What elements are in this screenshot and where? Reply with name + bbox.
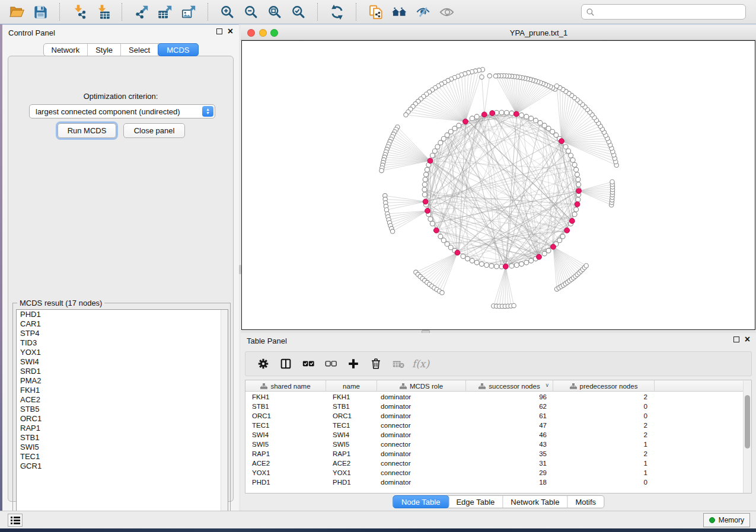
tab-network-table[interactable]: Network Table [503,496,567,508]
column-header-name[interactable]: name [326,380,377,392]
table-scrollbar[interactable] [743,381,751,493]
open-recent-houses-button[interactable] [387,2,411,22]
show-eye-button[interactable] [435,2,458,22]
table-row[interactable]: FKH1FKH1dominator962 [245,392,751,402]
export-table-button[interactable] [153,2,177,22]
table-row[interactable]: ACE2ACE2connector311 [245,459,751,468]
tab-network[interactable]: Network [43,44,88,56]
table-row[interactable]: SWI4SWI4dominator462 [245,430,751,440]
tab-motifs[interactable]: Motifs [567,496,604,508]
import-table-button[interactable] [91,2,114,22]
result-node[interactable]: RAP1 [17,424,228,433]
criterion-dropdown[interactable]: largest connected component (undirected)… [29,104,215,118]
close-panel-button[interactable]: Close panel [123,123,185,138]
result-scrollbar[interactable] [221,310,228,518]
table-row[interactable]: STB1STB1dominator620 [245,402,751,411]
table-row[interactable]: ORC1ORC1dominator610 [245,411,751,421]
import-network-button[interactable] [67,2,91,22]
result-node[interactable]: TEC1 [17,452,228,462]
result-node[interactable]: YOX1 [17,348,228,357]
result-node[interactable]: STB1 [17,433,228,443]
table-row[interactable]: TEC1TEC1connector472 [245,421,751,430]
search-box[interactable] [581,4,746,20]
select-all-checkboxes-button[interactable] [299,354,317,373]
vertical-splitter-handle[interactable] [239,265,241,274]
split-columns-icon [279,357,292,370]
open-recent-houses-icon [391,4,407,20]
result-node[interactable]: STB5 [17,405,228,414]
tab-node-table[interactable]: Node Table [393,495,449,508]
split-columns-button[interactable] [276,354,295,373]
result-node[interactable]: SRD1 [17,367,228,376]
tab-mcds[interactable]: MCDS [158,43,198,56]
result-node[interactable]: TID3 [17,338,228,348]
table-row[interactable]: RAP1RAP1dominator352 [245,449,751,459]
refresh-view-button[interactable] [325,2,349,22]
zoom-fit-button[interactable] [263,2,286,22]
result-node[interactable]: PMA2 [17,376,228,386]
result-node[interactable]: FKH1 [17,386,228,395]
result-node[interactable]: PHD1 [17,310,228,319]
gear-button[interactable] [254,354,272,373]
network-view-window: YPA_prune.txt_1 [241,25,756,333]
cell-shared-name: SWI4 [245,430,326,440]
table-row[interactable]: YOX1YOX1connector291 [245,468,751,477]
deselect-checkboxes-icon [324,357,337,370]
mcds-result-list[interactable]: PHD1CAR1STP4TID3YOX1SWI4SRD1PMA2FKH1ACE2… [16,309,228,518]
run-mcds-button[interactable]: Run MCDS [58,123,116,138]
close-table-panel-icon[interactable]: × [745,336,750,343]
save-session-button[interactable] [28,2,52,22]
scrollbar-thumb[interactable] [745,395,750,448]
mcds-result-title: MCDS result (17 nodes) [17,299,104,307]
zoom-in-button[interactable] [215,2,239,22]
cell-shared-name: TEC1 [245,421,326,430]
open-file-icon [9,4,25,20]
float-table-panel-icon[interactable] [733,336,739,342]
column-header-predecessor-nodes[interactable]: predecessor nodes [553,380,655,392]
control-panel-title: Control Panel [8,28,55,37]
zoom-selected-button[interactable] [286,2,310,22]
hide-glasses-button[interactable] [411,2,435,22]
log-console-button[interactable] [8,514,23,527]
result-node[interactable]: CAR1 [17,319,228,329]
memory-button[interactable]: Memory [703,513,750,527]
clone-network-button[interactable] [363,2,387,22]
minimize-traffic-light[interactable] [259,29,267,37]
result-node[interactable]: ORC1 [17,414,228,424]
table-row[interactable]: PHD1PHD1dominator180 [245,477,751,487]
result-node[interactable]: SWI4 [17,357,228,367]
memory-status-icon [709,517,715,523]
zoom-traffic-light[interactable] [270,29,278,37]
search-input[interactable] [598,8,741,17]
export-network-button[interactable] [129,2,153,22]
trash-button[interactable] [366,354,385,373]
column-header-successor-nodes[interactable]: successor nodes∨ [466,380,553,392]
cell-successor-nodes: 29 [466,468,553,477]
column-header-shared-name[interactable]: shared name [245,380,326,392]
export-image-button[interactable] [177,2,200,22]
zoom-selected-icon [291,4,307,20]
cell-name: SWI5 [326,440,377,449]
deselect-checkboxes-button[interactable] [321,354,340,373]
tab-edge-table[interactable]: Edge Table [448,496,503,508]
control-panel: Control Panel × NetworkStyleSelectMCDS O… [2,24,239,511]
tab-select[interactable]: Select [121,44,158,56]
tab-style[interactable]: Style [88,44,121,56]
result-node[interactable]: SWI5 [17,443,228,452]
column-header-MCDS-role[interactable]: MCDS role [377,380,466,392]
close-traffic-light[interactable] [247,29,255,37]
network-ring-nodes[interactable] [379,68,619,309]
open-file-button[interactable] [5,2,28,22]
cell-successor-nodes: 43 [466,440,553,449]
result-node[interactable]: STP4 [17,329,228,338]
zoom-out-button[interactable] [239,2,263,22]
result-node[interactable]: ACE2 [17,395,228,405]
result-node[interactable]: GCR1 [17,462,228,471]
add-button[interactable] [344,354,362,373]
network-canvas[interactable] [241,40,755,330]
cell-predecessor-nodes: 1 [553,468,655,477]
float-panel-icon[interactable] [216,28,222,34]
cell-MCDS-role: connector [377,421,466,430]
table-row[interactable]: SWI5SWI5connector431 [245,440,751,449]
close-panel-icon[interactable]: × [228,28,233,35]
